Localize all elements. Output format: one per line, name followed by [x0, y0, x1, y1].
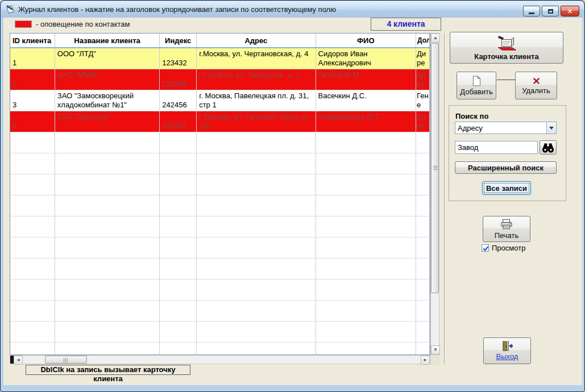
delete-label: Удалить: [522, 86, 550, 95]
close-icon: ✕: [567, 8, 572, 15]
binoculars-icon: [541, 142, 555, 153]
column-header-id[interactable]: ID клиента: [10, 34, 55, 47]
new-document-icon: [472, 76, 481, 86]
cell-address: г.Саратов, ул. Заводская, д. 1: [197, 69, 316, 90]
app-window: Журнал клиентов - нажатие на заголовок у…: [0, 0, 585, 392]
client-count-badge: 4 клиента: [371, 18, 441, 31]
cell-position: Дире: [416, 111, 430, 132]
find-button[interactable]: [540, 140, 557, 155]
horizontal-scroll-thumb[interactable]: [45, 356, 87, 364]
empty-row: [10, 132, 430, 153]
cell-address: г. Москва, Павелецкая пл. д. 31, стр 1: [197, 90, 316, 111]
delete-x-icon: [532, 77, 541, 85]
column-header-position[interactable]: Дол: [416, 34, 430, 47]
table-row[interactable]: 5ЗАО "Ласточка"242557г. Москва, ул. Прос…: [10, 111, 430, 132]
cell-fio: Васечкин Д.С.: [316, 90, 417, 111]
search-field-dropdown[interactable]: Адресу: [455, 122, 557, 134]
scroll-left-button[interactable]: ◄: [14, 356, 23, 365]
cell-id: 5: [10, 111, 55, 132]
table-row[interactable]: 1ООО "ЛТД"123432г.Москва, ул. Чертановск…: [10, 48, 430, 69]
minimize-icon: [529, 12, 534, 14]
horizontal-scrollbar[interactable]: ◄ ►: [10, 355, 430, 364]
client-card-label: Карточка клиента: [474, 52, 538, 61]
legend-color-swatch: [15, 20, 32, 28]
cell-address: г.Москва, ул. Чертановская, д. 4: [197, 48, 316, 69]
empty-row: [10, 343, 430, 355]
cell-fio: Владимирова М.Т.: [316, 111, 417, 132]
check-icon: [482, 245, 489, 252]
window-title: Журнал клиентов - нажатие на заголовок у…: [18, 1, 336, 18]
clients-grid: ID клиентаНазвание клиентаИндексАдресФИО…: [10, 33, 430, 355]
empty-row: [10, 153, 430, 174]
scroll-up-button[interactable]: ▲: [431, 34, 440, 43]
column-header-address[interactable]: Адрес: [197, 34, 316, 47]
cell-id: 1: [10, 48, 55, 69]
preview-label: Просмотр: [492, 244, 525, 252]
cell-position: Гене: [416, 90, 430, 111]
scroll-right-button[interactable]: ►: [421, 356, 430, 365]
card-file-icon: [495, 35, 518, 51]
window-controls: ✕: [523, 6, 579, 16]
button-connector-line: [497, 80, 515, 80]
search-group-label: Поиск по: [455, 112, 488, 120]
exit-label: Выход: [496, 352, 518, 361]
status-hint: DblClk на запись вызывает карточку клиен…: [26, 365, 190, 375]
maximize-icon: [548, 9, 553, 14]
add-label: Добавить: [460, 87, 492, 96]
column-header-index[interactable]: Индекс: [160, 34, 197, 47]
empty-row: [10, 301, 430, 322]
cell-position: Дире: [416, 48, 430, 69]
grid-body: 1ООО "ЛТД"123432г.Москва, ул. Чертановск…: [10, 48, 430, 355]
exit-button[interactable]: Выход: [483, 337, 531, 364]
cell-index: 242456: [160, 90, 197, 111]
table-row[interactable]: 2ОАО "МММ"133568г.Саратов, ул. Заводская…: [10, 69, 430, 90]
table-row[interactable]: 3ЗАО "Замоскворецкий хладокомбинат №1"24…: [10, 90, 430, 111]
column-header-fio[interactable]: ФИО: [316, 34, 417, 47]
empty-row: [10, 195, 430, 216]
minimize-button[interactable]: [523, 6, 540, 16]
empty-row: [10, 216, 430, 237]
grid-header: ID клиентаНазвание клиентаИндексАдресФИО…: [10, 34, 430, 48]
search-input[interactable]: [455, 141, 538, 154]
empty-row: [10, 322, 430, 343]
cell-name: ЗАО "Ласточка": [55, 111, 160, 132]
cell-name: ООО "ЛТД": [55, 48, 160, 69]
client-card-button[interactable]: Карточка клиента: [450, 32, 563, 64]
print-button[interactable]: Печать: [483, 216, 530, 242]
advanced-search-label: Расширенный поиск: [468, 164, 543, 172]
cell-index: 242557: [160, 111, 197, 132]
horizontal-scroll-track[interactable]: [23, 356, 421, 364]
cell-fio: Сидоров Иван Александрович: [316, 48, 417, 69]
cell-name: ЗАО "Замоскворецкий хладокомбинат №1": [55, 90, 160, 111]
app-icon: [6, 5, 15, 14]
close-button[interactable]: ✕: [561, 6, 579, 16]
vertical-scrollbar[interactable]: ▲ ▼: [430, 33, 439, 355]
cell-id: 3: [10, 90, 55, 111]
cell-id: 2: [10, 69, 55, 90]
dropdown-button[interactable]: [546, 122, 556, 134]
thumb-grip-icon: [64, 358, 68, 362]
preview-check-row: Просмотр: [482, 244, 525, 252]
cell-fio: Петров М.М.: [316, 69, 417, 90]
cell-name: ОАО "МММ": [55, 69, 160, 90]
empty-row: [10, 258, 430, 280]
empty-row: [10, 280, 430, 301]
all-records-button[interactable]: Все записи: [482, 181, 531, 195]
legend-label: - оповещение по контактам: [36, 20, 130, 28]
panel-separator: [444, 33, 445, 365]
column-header-name[interactable]: Название клиента: [55, 34, 160, 47]
printer-icon: [500, 219, 513, 230]
advanced-search-button[interactable]: Расширенный поиск: [455, 161, 557, 174]
cell-position: Дире: [416, 69, 430, 90]
maximize-button[interactable]: [542, 6, 559, 16]
titlebar[interactable]: Журнал клиентов - нажатие на заголовок у…: [1, 1, 584, 18]
delete-button[interactable]: Удалить: [515, 72, 557, 99]
empty-row: [10, 174, 430, 195]
preview-checkbox[interactable]: [482, 244, 489, 252]
thumb-grip-icon: [433, 166, 438, 170]
empty-row: [10, 237, 430, 258]
scroll-down-button[interactable]: ▼: [431, 345, 440, 355]
exit-door-icon: [501, 341, 513, 351]
add-button[interactable]: Добавить: [457, 72, 496, 99]
vertical-scroll-thumb[interactable]: [431, 43, 439, 293]
